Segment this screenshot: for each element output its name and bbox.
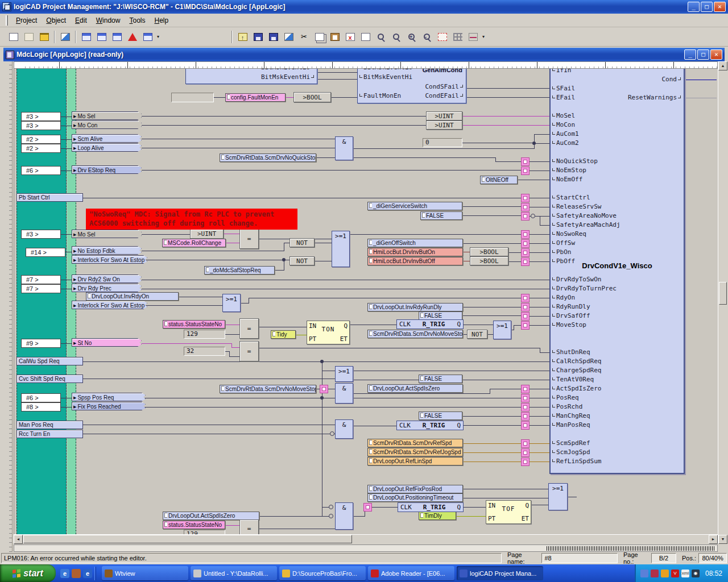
- signal-connector[interactable]: [521, 294, 530, 302]
- menu-project[interactable]: Project: [11, 15, 42, 26]
- gate-1[interactable]: >=1: [222, 294, 241, 312]
- tray-volume-icon[interactable]: [661, 569, 669, 577]
- ptag-loop-alive[interactable]: Loop Alive: [72, 143, 142, 152]
- toolbar-dropdown-caret[interactable]: ▾: [482, 34, 485, 39]
- rtag-scmdrvrtdata-scmdrvnoquickstop[interactable]: ScmDrvRtData.ScmDrvNoQuickStop: [220, 153, 316, 162]
- fit-to-window-icon[interactable]: [435, 30, 449, 44]
- zoom-page-icon[interactable]: [389, 30, 403, 44]
- comment-box[interactable]: "NoSwoReq" MDC: Signal from Rc PLC to pr…: [86, 209, 297, 230]
- function-block-top-0[interactable]: BitMskEventLoBitMskEventHi: [185, 69, 317, 84]
- fb-tof[interactable]: INPTQETTOF: [486, 500, 531, 524]
- vertical-scroll-thumb[interactable]: [719, 282, 727, 305]
- signal-connector[interactable]: [521, 412, 530, 421]
- rtag-hmilocbut-drvinvbuton[interactable]: HmiLocBut.DrvInvButOn: [367, 248, 463, 256]
- function-block-drvcondv1e-wisco[interactable]: DrvCondV1e_WiscoIfInSFailEFailMoSelMoCon…: [549, 69, 685, 474]
- rtag-false[interactable]: FALSE: [419, 311, 462, 320]
- page-ref-14[interactable]: #14 >: [26, 248, 65, 257]
- conv-uint[interactable]: >UINT: [426, 120, 462, 130]
- ltag-calwu-spd-req[interactable]: CalWu Spd Req: [16, 357, 83, 365]
- tray-update-icon[interactable]: [640, 569, 648, 577]
- rtag-drvloopout-actspdiszero[interactable]: DrvLoopOut.ActSpdIsZero: [163, 512, 259, 520]
- rtag-tidy[interactable]: Tidy: [271, 330, 296, 339]
- ptag-scm-alive[interactable]: Scm Alive: [72, 134, 142, 143]
- child-maximize-button[interactable]: □: [697, 49, 709, 60]
- taskbar-task-untitled-y-datarolli[interactable]: Untitled - Y:\DataRolli...: [191, 566, 277, 580]
- const-blank[interactable]: [171, 93, 214, 102]
- delete-object-icon[interactable]: x: [343, 30, 357, 44]
- rtag-false[interactable]: FALSE: [419, 375, 462, 383]
- rtag-false[interactable]: FALSE: [419, 411, 462, 420]
- rtag-status-statusstateno[interactable]: status.StatusStateNo: [163, 320, 225, 329]
- rtag-hmilocbut-drvinvbutoff[interactable]: HmiLocBut.DrvInvButOff: [367, 257, 463, 265]
- menu-object[interactable]: Object: [42, 15, 71, 26]
- tile-horizontal-icon[interactable]: [79, 30, 93, 44]
- rtag-scmdrvrtdata-scmdrvnomovestop[interactable]: ScmDrvRtData.ScmDrvNoMoveStop: [220, 385, 316, 393]
- signal-connector[interactable]: [521, 458, 530, 466]
- gate-1[interactable]: >=1: [493, 321, 511, 339]
- signal-connector[interactable]: [521, 385, 530, 393]
- ptag-interlock-for-swo-at-estop[interactable]: Interlock For Swo At Estop: [72, 301, 147, 309]
- rtag-drvloopout-invrdyrundly[interactable]: DrvLoopOut.InvRdyRunDly: [367, 303, 463, 311]
- start-button[interactable]: start: [0, 564, 56, 582]
- page-ref-6[interactable]: #6 >: [21, 166, 61, 175]
- cut-icon[interactable]: [297, 30, 311, 44]
- ptag-spsp-pos-req[interactable]: Spsp Pos Req: [72, 393, 146, 401]
- signal-connector[interactable]: [521, 448, 530, 457]
- rtag-scmdrvrtdata-scmdrvnomovestop[interactable]: ScmDrvRtData.ScmDrvNoMoveStop: [367, 330, 463, 338]
- rtag-domdcsafstopreq[interactable]: _doMdcSafStopReq: [204, 266, 275, 275]
- child-minimize-button[interactable]: _: [684, 49, 696, 60]
- const-129[interactable]: 129: [184, 330, 225, 339]
- signal-connector[interactable]: [521, 394, 530, 402]
- conv-blank[interactable]: =: [239, 341, 259, 361]
- paste-icon[interactable]: [328, 30, 342, 44]
- page-ref-3[interactable]: #3 >: [21, 230, 61, 239]
- ltag-pb-start-ctrl[interactable]: Pb Start Ctrl: [16, 193, 83, 202]
- signal-connector[interactable]: [521, 248, 530, 257]
- rtag-drvloopout-reflinspd[interactable]: DrvLoopOut.RefLinSpd: [367, 457, 463, 465]
- rt-r-trig[interactable]: CLKR_TRIGQ: [396, 421, 464, 430]
- horizontal-scroll-thumb[interactable]: [23, 535, 352, 543]
- grid-icon[interactable]: [450, 30, 465, 44]
- page-ref-9[interactable]: #9 >: [21, 339, 61, 348]
- signal-connector[interactable]: [521, 167, 530, 175]
- ptag-mo-sel[interactable]: Mo Sel: [72, 111, 142, 120]
- gate-blank[interactable]: &: [335, 502, 353, 530]
- gate-1[interactable]: >=1: [548, 483, 568, 510]
- check-page-icon[interactable]: [358, 30, 373, 44]
- gate-blank[interactable]: &: [335, 419, 353, 439]
- open-folder-icon[interactable]: [37, 30, 51, 44]
- rtag-mscode-rollchange[interactable]: MSCode.RollChange: [162, 239, 226, 247]
- function-block-genalmcond[interactable]: GenAlmCondBitMskEventLoBitMskEventHiFaul…: [357, 69, 466, 103]
- signal-connector[interactable]: [521, 303, 530, 311]
- quicklaunch-browser-icon[interactable]: e: [83, 569, 92, 578]
- new-document-icon[interactable]: [6, 30, 20, 44]
- ptag-fix-pos-reached[interactable]: Fix Pos Reached: [72, 402, 146, 410]
- page-ref-3[interactable]: #3 >: [21, 121, 61, 130]
- conv-bool[interactable]: >BOOL: [470, 256, 508, 265]
- conv-blank[interactable]: =: [239, 519, 259, 534]
- ltag-rcc-turn-en[interactable]: Rcc Turn En: [16, 430, 83, 438]
- gate-1[interactable]: >=1: [332, 231, 350, 267]
- vertical-scrollbar[interactable]: ▲ ▼: [718, 61, 727, 544]
- tile-vertical-icon[interactable]: [94, 30, 109, 44]
- conv-bool[interactable]: >BOOL: [470, 247, 508, 256]
- const-129[interactable]: 129: [184, 530, 225, 534]
- signal-connector[interactable]: [521, 157, 530, 166]
- ptag-st-no[interactable]: St No: [72, 338, 142, 347]
- gate-1[interactable]: >=1: [335, 366, 353, 382]
- rtag-drvloopout-actspdiszero[interactable]: DrvLoopOut.ActSpdIsZero: [367, 384, 463, 393]
- scroll-down-button[interactable]: ▼: [718, 535, 727, 544]
- page-ref-2[interactable]: #2 >: [21, 144, 61, 153]
- rtag-false[interactable]: FALSE: [420, 211, 462, 220]
- fb-ton[interactable]: INPTQETTON: [307, 321, 350, 344]
- tray-display-icon[interactable]: ◉: [692, 569, 700, 577]
- diagram-canvas[interactable]: #3 >#3 >#2 >#2 >#6 >#3 >#14 >#7 >#7 >#9 …: [14, 69, 718, 534]
- tray-xml-icon[interactable]: xml: [681, 569, 689, 577]
- window-dropdown-caret[interactable]: ▾: [157, 34, 159, 39]
- const-32[interactable]: 32: [184, 347, 225, 356]
- zoom-out-icon[interactable]: -: [420, 30, 434, 44]
- quicklaunch-ie-icon[interactable]: e: [60, 569, 69, 578]
- cascade-windows-icon[interactable]: [110, 30, 124, 44]
- rtag-drvloopout-invrdyon[interactable]: DrvLoopOut.InvRdyOn: [86, 292, 179, 301]
- ltag-man-pos-req[interactable]: Man Pos Req: [16, 421, 83, 429]
